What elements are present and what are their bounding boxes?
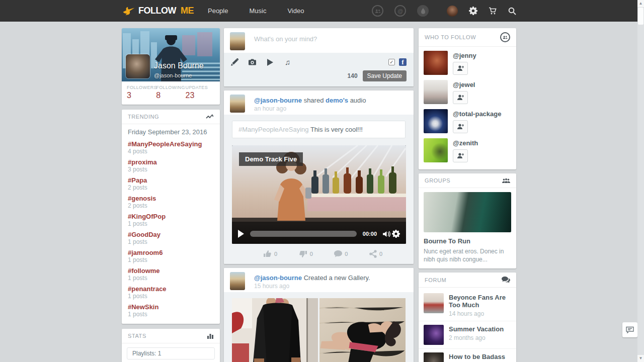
forum-thread[interactable]: Beyonce Fans Are Too Much 14 hours ago — [419, 290, 516, 321]
hashtag-link[interactable]: #followme — [128, 266, 214, 275]
forum-thread[interactable]: Summer Vacation 2 months ago — [419, 321, 516, 349]
status-input[interactable] — [254, 32, 408, 49]
user-handle[interactable]: @total-package — [453, 110, 501, 118]
thread-thumbnail — [424, 325, 444, 345]
chat-launcher-button[interactable] — [622, 322, 637, 337]
group-cover-image[interactable] — [424, 192, 511, 232]
stat-following[interactable]: Following 8 — [156, 85, 185, 100]
player-play-button[interactable] — [238, 230, 244, 238]
status-hashtag[interactable]: #ManyPeopleAreSaying — [238, 126, 308, 133]
nav-link-people[interactable]: People — [208, 7, 228, 15]
brand-logo[interactable]: FOLLOWME — [122, 6, 194, 16]
player-settings-icon[interactable] — [392, 230, 400, 238]
trending-item: #KingOfPop1 posts — [128, 212, 214, 227]
forum-card: Forum Beyonce Fans Are Too Much 14 hours… — [419, 273, 516, 362]
hashtag-link[interactable]: #genosis — [128, 194, 214, 203]
gallery-image-2[interactable] — [319, 298, 406, 362]
notifications-icon[interactable] — [417, 5, 429, 17]
scrollbar-up-arrow[interactable]: ▲ — [637, 0, 644, 7]
post-author-avatar[interactable] — [230, 95, 245, 113]
follow-user-button[interactable] — [453, 120, 468, 133]
user-avatar-zenith[interactable] — [424, 138, 448, 162]
cart-icon[interactable] — [489, 7, 497, 15]
comment-button[interactable]: 0 — [334, 250, 348, 258]
music-note-icon[interactable]: ♫ — [284, 58, 291, 66]
trending-card: Trending Friday September 23, 2016 #Many… — [122, 110, 220, 324]
profile-card: Jason Bourne @jason-bourne Followers 3 F… — [122, 28, 220, 105]
profile-stats: Followers 3 Following 8 Updates 23 — [122, 81, 220, 105]
hashtag-link[interactable]: #ManyPeopleAreSaying — [128, 140, 214, 148]
thread-time: 2 months ago — [449, 334, 504, 341]
settings-gear-icon[interactable] — [469, 7, 477, 15]
search-icon[interactable] — [508, 7, 516, 15]
facebook-icon[interactable]: f — [399, 58, 407, 66]
brand-word-follow: FOLLOW — [138, 6, 176, 16]
author-link[interactable]: @jason-bourne — [254, 97, 302, 104]
forum-chat-icon — [502, 277, 510, 283]
follow-user-button[interactable] — [453, 91, 468, 104]
user-handle[interactable]: @jewel — [453, 81, 475, 88]
dislike-button[interactable]: 0 — [299, 250, 313, 258]
scrollbar-down-arrow[interactable]: ▼ — [637, 355, 644, 362]
suggested-user: @total-package — [424, 109, 511, 133]
post-author-avatar[interactable] — [230, 272, 245, 290]
hashtag-link[interactable]: #penantrace — [128, 285, 214, 293]
share-button[interactable]: 0 — [369, 250, 382, 258]
hashtag-link[interactable]: #proxima — [128, 158, 214, 166]
feed-post-audio: @jason-bourne shared demo's audio an hou… — [224, 90, 414, 264]
stat-followers[interactable]: Followers 3 — [127, 85, 156, 100]
photo-camera-icon[interactable] — [249, 59, 256, 65]
player-progress-bar[interactable] — [250, 231, 357, 237]
profile-handle: @jason-bourne — [154, 72, 192, 78]
stats-card: Stats Playlists: 1 Blogs: 5 — [122, 329, 220, 362]
group-name[interactable]: Bourne To Run — [424, 237, 511, 245]
thread-thumbnail — [424, 352, 444, 362]
trending-title: Trending — [128, 114, 159, 120]
hashtag-link[interactable]: #jamroom6 — [128, 248, 214, 257]
thread-title[interactable]: How to be Badass — [449, 353, 505, 360]
nav-link-music[interactable]: Music — [249, 7, 266, 15]
author-link[interactable]: @jason-bourne — [254, 274, 302, 282]
user-avatar[interactable] — [447, 6, 458, 17]
brand-word-me: ME — [181, 6, 194, 16]
scrollbar-thumb[interactable] — [638, 8, 643, 25]
trending-item: #GoodDay1 posts — [128, 230, 214, 245]
user-handle[interactable]: @jenny — [453, 52, 476, 59]
hashtag-link[interactable]: #NewSkin — [128, 303, 214, 311]
people-status-icon[interactable] — [372, 5, 383, 17]
who-to-follow-card: Who To Follow @jenny @jewel — [419, 28, 516, 169]
thread-title[interactable]: Beyonce Fans Are Too Much — [449, 294, 511, 309]
follow-users-icon — [500, 32, 510, 42]
user-avatar-jewel[interactable] — [424, 80, 448, 104]
follow-user-button[interactable] — [453, 62, 468, 75]
facebook-share-checkbox[interactable]: ✓ — [388, 59, 395, 65]
page-scrollbar[interactable]: ▲ ▼ — [637, 0, 644, 362]
nav-link-video[interactable]: Video — [287, 7, 304, 15]
hashtag-link[interactable]: #GoodDay — [128, 230, 214, 239]
profile-avatar[interactable] — [126, 54, 150, 78]
trending-item: #NewSkin1 posts — [128, 303, 214, 318]
hashtag-link[interactable]: #Papa — [128, 176, 214, 185]
thread-title[interactable]: Summer Vacation — [449, 325, 504, 333]
volume-icon[interactable] — [383, 231, 391, 237]
stat-updates[interactable]: Updates 23 — [186, 85, 215, 100]
user-handle[interactable]: @zenith — [453, 139, 478, 147]
profile-name: Jason Bourne — [154, 61, 204, 70]
gallery-image-1[interactable] — [232, 298, 318, 362]
video-play-icon[interactable] — [266, 59, 274, 66]
hashtag-link[interactable]: #KingOfPop — [128, 212, 214, 221]
forum-thread[interactable]: How to be Badass 3 months ago — [419, 349, 516, 362]
player-time: 00:00 — [363, 231, 377, 237]
like-button[interactable]: 0 — [263, 250, 277, 258]
user-avatar-jenny[interactable] — [424, 51, 448, 75]
share-count: 0 — [379, 251, 382, 257]
write-pencil-icon[interactable] — [231, 58, 238, 66]
user-avatar-total-package[interactable] — [424, 109, 448, 133]
stats-item-playlists[interactable]: Playlists: 1 — [127, 347, 215, 359]
bird-icon — [122, 6, 135, 16]
target-user-link[interactable]: demo's — [326, 97, 348, 104]
mentions-icon[interactable]: @ — [394, 5, 406, 17]
audio-player[interactable]: Demo Track Five 00:00 — [232, 145, 406, 244]
follow-user-button[interactable] — [453, 149, 468, 162]
save-update-button[interactable]: Save Update — [363, 70, 407, 81]
